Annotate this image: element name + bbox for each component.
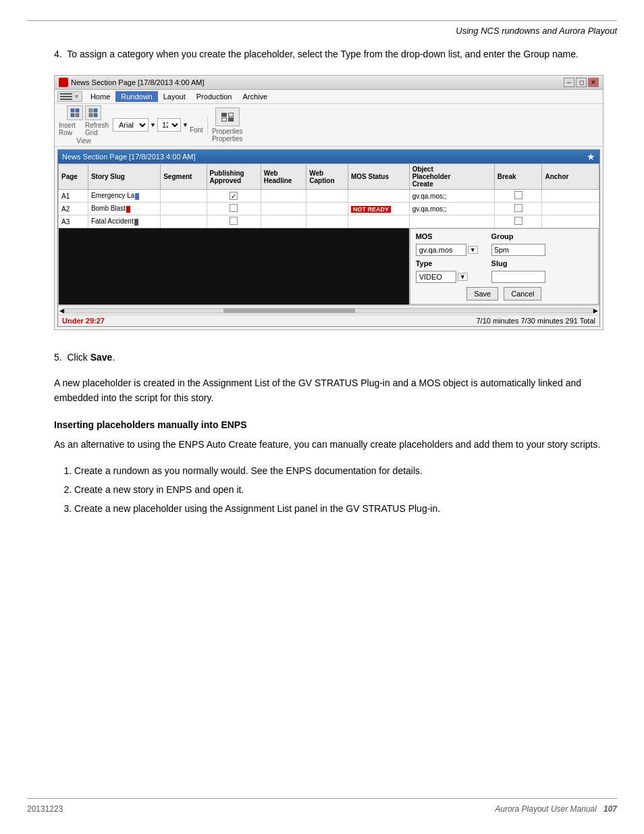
cell-segment — [161, 190, 207, 203]
cancel-button[interactable]: Cancel — [504, 287, 541, 301]
header-title: Using NCS rundowns and Aurora Playout — [456, 26, 617, 36]
font-size-select[interactable]: 12 — [157, 118, 181, 132]
table-row[interactable]: A2 Bomb Blast NOT READY — [59, 203, 599, 215]
view-label: View — [76, 137, 91, 145]
checkbox-unchecked[interactable] — [230, 204, 238, 212]
properties-label: Properties — [212, 128, 243, 135]
col-story-slug: Story Slug — [88, 164, 160, 190]
group-input[interactable] — [491, 244, 545, 256]
checkbox-unchecked[interactable] — [514, 204, 522, 212]
restore-btn[interactable]: ◻ — [576, 78, 587, 87]
inner-titlebar: News Section Page [17/8/2013 4:00 AM] ★ — [58, 150, 599, 163]
font-group: Arial ▼ 12 ▼ Font — [113, 117, 208, 134]
checkbox-unchecked[interactable] — [514, 191, 522, 199]
horizontal-scrollbar[interactable]: ◀ ▶ — [58, 305, 599, 315]
scroll-right-btn[interactable]: ▶ — [593, 307, 598, 314]
cell-pub-approved: ✓ — [207, 190, 261, 203]
menu-archive[interactable]: Archive — [237, 91, 273, 102]
window-controls[interactable]: ─ ◻ ✕ — [564, 78, 599, 87]
properties-section-label: Properties — [212, 135, 243, 142]
page-footer: 20131223 Aurora Playout User Manual 107 — [27, 798, 617, 814]
menu-production[interactable]: Production — [191, 91, 238, 102]
save-button[interactable]: Save — [466, 287, 498, 301]
cell-web-caption — [306, 203, 348, 215]
table-row[interactable]: A1 Emergency La ✓ gv.qa.mos;; — [59, 190, 599, 203]
numbered-list: Create a rundown as you normally would. … — [74, 461, 603, 518]
col-object-placeholder: ObjectPlaceholderCreate — [409, 164, 494, 190]
status-bar: Under 29:27 7/10 minutes 7/30 minutes 29… — [58, 315, 599, 326]
type-input[interactable] — [416, 271, 456, 283]
col-page: Page — [59, 164, 88, 190]
menu-icon-group[interactable]: ▼ — [57, 91, 82, 102]
app-title: News Section Page [17/8/2013 4:00 AM] — [71, 78, 205, 86]
cell-break — [494, 190, 542, 203]
font-select[interactable]: Arial — [113, 118, 149, 132]
mos-dropdown-btn[interactable]: ▼ — [468, 246, 478, 254]
col-mos-status: MOS Status — [348, 164, 409, 190]
popup-two-col: MOS ▼ Type — [416, 232, 593, 283]
refresh-grid-icon[interactable] — [85, 105, 101, 120]
close-btn[interactable]: ✕ — [588, 78, 599, 87]
app-icon — [59, 78, 68, 87]
cell-web-caption — [306, 215, 348, 228]
table-row[interactable]: A3 Fatal Accident — [59, 215, 599, 228]
menu-rundown[interactable]: Rundown — [115, 91, 157, 102]
popup-left-col: MOS ▼ Type — [416, 232, 478, 283]
type-dropdown-btn[interactable]: ▼ — [458, 273, 468, 281]
cell-anchor — [542, 203, 599, 215]
svg-rect-3 — [76, 113, 79, 117]
scrollbar-track[interactable] — [64, 308, 593, 313]
checkbox-unchecked[interactable] — [230, 217, 238, 225]
cell-segment — [161, 215, 207, 228]
scroll-left-btn[interactable]: ◀ — [59, 307, 64, 314]
mos-popup: MOS ▼ Type — [410, 228, 599, 305]
cell-placeholder — [409, 215, 494, 228]
group-label: Group — [491, 232, 545, 240]
cell-slug: Emergency La — [88, 190, 160, 203]
toolbar: InsertRow RefreshGrid View Arial ▼ 12 ▼ … — [55, 104, 603, 147]
body-para: A new placeholder is created in the Assi… — [54, 375, 603, 406]
checkbox-unchecked[interactable] — [514, 217, 522, 225]
step4-text: 4. To assign a category when you create … — [54, 47, 603, 61]
menu-home[interactable]: Home — [85, 91, 115, 102]
col-anchor: Anchor — [542, 164, 599, 190]
cell-anchor — [542, 190, 599, 203]
popup-row: MOS ▼ Type — [59, 228, 599, 305]
properties-icon[interactable] — [215, 107, 240, 126]
popup-buttons: Save Cancel — [416, 287, 593, 301]
inner-window: News Section Page [17/8/2013 4:00 AM] ★ … — [57, 149, 600, 327]
menu-lines-icon — [60, 93, 72, 101]
type-label: Type — [416, 259, 478, 267]
cell-break — [494, 215, 542, 228]
cell-web-headline — [261, 190, 306, 203]
slug-label: Slug — [491, 259, 545, 267]
status-under: Under 29:27 — [62, 317, 105, 325]
svg-rect-7 — [94, 113, 97, 117]
insert-row-icon[interactable] — [67, 105, 83, 120]
cell-page: A1 — [59, 190, 88, 203]
checkbox-checked[interactable]: ✓ — [230, 192, 238, 200]
col-web-caption: WebCaption — [306, 164, 348, 190]
not-ready-badge: NOT READY — [351, 206, 391, 213]
menu-layout[interactable]: Layout — [158, 91, 191, 102]
svg-rect-5 — [94, 109, 97, 112]
cell-mos-status — [348, 215, 409, 228]
cell-placeholder: gv.qa.mos;; — [409, 203, 494, 215]
minimize-btn[interactable]: ─ — [564, 78, 574, 87]
slug-input[interactable] — [491, 271, 545, 283]
scrollbar-thumb[interactable] — [223, 309, 356, 313]
insert-row-label: InsertRow — [59, 122, 76, 136]
status-total: 7/10 minutes 7/30 minutes 291 Total — [476, 317, 595, 325]
cell-page: A3 — [59, 215, 88, 228]
list-item: Create a new placeholder using the Assig… — [74, 499, 603, 518]
table-container: Page Story Slug Segment PublishingApprov… — [58, 163, 599, 305]
alt-para: As an alternative to using the ENPS Auto… — [54, 437, 603, 452]
cell-pub-approved — [207, 203, 261, 215]
cell-anchor — [542, 215, 599, 228]
cell-mos-status: NOT READY — [348, 203, 409, 215]
cell-web-caption — [306, 190, 348, 203]
star-icon: ★ — [587, 151, 595, 162]
mos-input[interactable] — [416, 244, 466, 256]
col-publishing-approved: PublishingApproved — [207, 164, 261, 190]
section-heading: Inserting placeholders manually into ENP… — [54, 419, 603, 430]
